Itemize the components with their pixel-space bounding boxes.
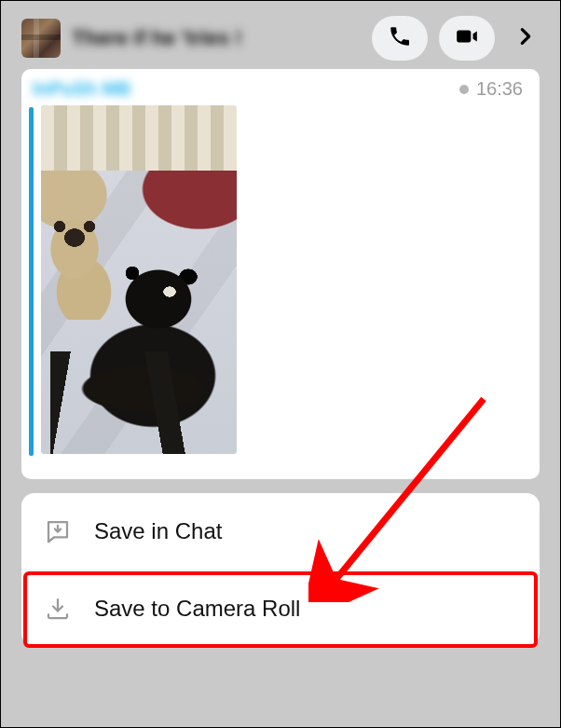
menu-item-label: Save in Chat xyxy=(94,518,222,544)
call-button[interactable] xyxy=(372,16,428,61)
avatar[interactable] xyxy=(21,19,61,58)
message-accent xyxy=(29,107,34,456)
menu-save-to-camera-roll[interactable]: Save to Camera Roll xyxy=(21,570,540,646)
contact-name[interactable]: There if he 'tries ! xyxy=(72,26,361,50)
message-image[interactable] xyxy=(41,105,237,454)
download-icon xyxy=(42,593,74,625)
video-icon xyxy=(455,24,479,52)
context-menu: Save in Chat Save to Camera Roll xyxy=(21,493,540,646)
chat-header: There if he 'tries ! xyxy=(21,12,540,64)
message-card: InPuSh MB 16:36 xyxy=(21,69,540,479)
menu-save-in-chat[interactable]: Save in Chat xyxy=(21,493,540,570)
message-meta: InPuSh MB 16:36 xyxy=(29,78,527,105)
menu-item-label: Save to Camera Roll xyxy=(94,596,300,622)
sender-name: InPuSh MB xyxy=(33,78,131,100)
chat-settings-button[interactable] xyxy=(512,23,540,53)
phone-icon xyxy=(388,24,412,52)
chevron-right-icon xyxy=(515,23,536,53)
video-button[interactable] xyxy=(439,16,495,61)
timestamp: 16:36 xyxy=(476,78,523,100)
status-dot-icon xyxy=(459,85,469,94)
message-body xyxy=(29,105,527,460)
timestamp-wrap: 16:36 xyxy=(459,78,523,100)
save-chat-icon xyxy=(42,515,74,547)
